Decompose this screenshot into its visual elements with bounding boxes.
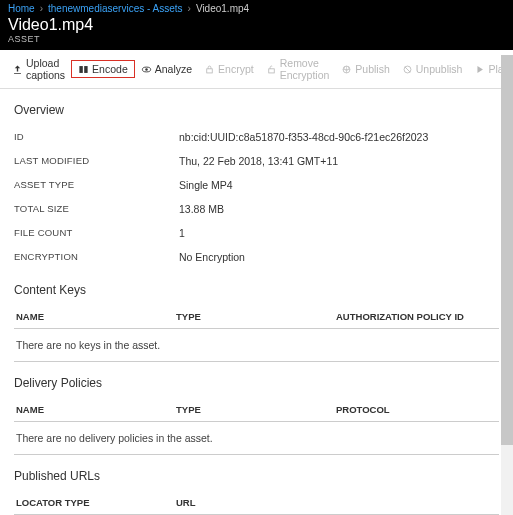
content-keys-header: NAME TYPE AUTHORIZATION POLICY ID <box>14 305 499 329</box>
globe-icon <box>341 64 352 75</box>
unpublish-button[interactable]: Unpublish <box>396 60 469 78</box>
encryption-value: No Encryption <box>179 251 245 263</box>
unpublish-label: Unpublish <box>416 63 463 75</box>
breadcrumb-home[interactable]: Home <box>8 3 35 14</box>
toolbar: Upload captions Encode Analyze Encrypt R… <box>0 50 513 89</box>
page-title: Video1.mp4 <box>8 16 485 34</box>
breadcrumb: Home › thenewmediaservices - Assets › Vi… <box>0 0 513 14</box>
scrollbar[interactable] <box>501 55 513 515</box>
unlock-icon <box>266 64 277 75</box>
breadcrumb-sep: › <box>188 3 191 14</box>
breadcrumb-sep: › <box>40 3 43 14</box>
delivery-policies-title: Delivery Policies <box>14 376 499 390</box>
published-urls-title: Published URLs <box>14 469 499 483</box>
remove-label: Remove Encryption <box>280 57 330 81</box>
last-modified-label: LAST MODIFIED <box>14 155 179 167</box>
block-icon <box>402 64 413 75</box>
breadcrumb-current: Video1.mp4 <box>196 3 249 14</box>
overview-title: Overview <box>14 103 499 117</box>
ck-h-name: NAME <box>16 311 176 322</box>
asset-type-value: Single MP4 <box>179 179 233 191</box>
svg-rect-5 <box>207 68 213 72</box>
lock-icon <box>204 64 215 75</box>
total-size-value: 13.88 MB <box>179 203 224 215</box>
play-icon <box>474 64 485 75</box>
analyze-button[interactable]: Analyze <box>135 60 198 78</box>
analyze-label: Analyze <box>155 63 192 75</box>
last-modified-value: Thu, 22 Feb 2018, 13:41 GMT+11 <box>179 155 338 167</box>
svg-rect-1 <box>79 66 82 73</box>
publish-button[interactable]: Publish <box>335 60 395 78</box>
ck-h-type: TYPE <box>176 311 336 322</box>
content-keys-empty: There are no keys in the asset. <box>14 329 499 362</box>
asset-type-label: ASSET TYPE <box>14 179 179 191</box>
pu-h-locator: LOCATOR TYPE <box>16 497 176 508</box>
encrypt-label: Encrypt <box>218 63 254 75</box>
publish-label: Publish <box>355 63 389 75</box>
id-value: nb:cid:UUID:c8a51870-f353-48cd-90c6-f21e… <box>179 131 428 143</box>
delivery-policies-header: NAME TYPE PROTOCOL <box>14 398 499 422</box>
content-keys-title: Content Keys <box>14 283 499 297</box>
upload-icon <box>12 64 23 75</box>
svg-rect-6 <box>268 68 274 72</box>
encode-label: Encode <box>92 63 128 75</box>
dp-h-name: NAME <box>16 404 176 415</box>
published-urls-header: LOCATOR TYPE URL <box>14 491 499 515</box>
title-bar: Video1.mp4 ASSET <box>0 14 513 50</box>
pu-h-url: URL <box>176 497 336 508</box>
encode-icon <box>78 64 89 75</box>
remove-encryption-button[interactable]: Remove Encryption <box>260 54 336 84</box>
upload-label: Upload captions <box>26 57 65 81</box>
eye-icon <box>141 64 152 75</box>
file-count-label: FILE COUNT <box>14 227 179 239</box>
ck-h-auth: AUTHORIZATION POLICY ID <box>336 311 497 322</box>
dp-h-type: TYPE <box>176 404 336 415</box>
dp-h-protocol: PROTOCOL <box>336 404 497 415</box>
file-count-value: 1 <box>179 227 185 239</box>
upload-captions-button[interactable]: Upload captions <box>6 54 71 84</box>
encrypt-button[interactable]: Encrypt <box>198 60 260 78</box>
content-area: Overview IDnb:cid:UUID:c8a51870-f353-48c… <box>0 89 513 515</box>
encode-button[interactable]: Encode <box>71 60 135 78</box>
total-size-label: TOTAL SIZE <box>14 203 179 215</box>
svg-point-4 <box>145 68 147 70</box>
breadcrumb-service[interactable]: thenewmediaservices - Assets <box>48 3 183 14</box>
delivery-policies-empty: There are no delivery policies in the as… <box>14 422 499 455</box>
svg-rect-2 <box>84 66 87 73</box>
id-label: ID <box>14 131 179 143</box>
encryption-label: ENCRYPTION <box>14 251 179 263</box>
page-subtitle: ASSET <box>8 34 485 44</box>
scrollbar-thumb[interactable] <box>501 55 513 445</box>
